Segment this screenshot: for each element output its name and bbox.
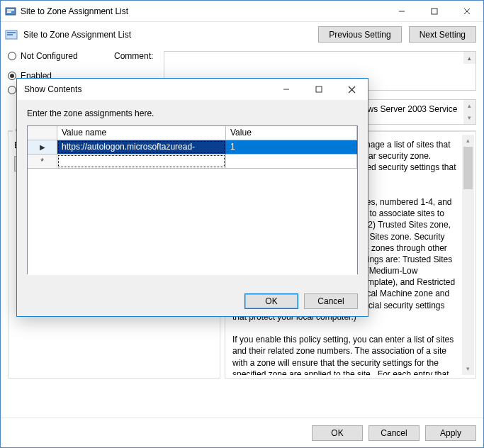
grid-corner [28,126,57,140]
main-header: Site to Zone Assignment List Previous Se… [1,22,483,47]
cell-value[interactable]: 1 [226,140,357,155]
ok-button[interactable]: OK [312,425,363,441]
dialog-ok-button[interactable]: OK [244,293,298,309]
col-header-value[interactable]: Value [226,126,357,140]
svg-rect-8 [7,32,16,33]
header-title: Site to Zone Assignment List [23,30,311,40]
new-row-marker: * [28,155,57,169]
cell-value-name[interactable]: https://autologon.microsoftazuread-sso.c… [57,140,226,155]
svg-rect-2 [7,11,11,13]
scroll-thumb[interactable] [463,147,473,189]
close-button[interactable] [451,1,483,22]
cell-value-name[interactable] [57,155,226,169]
previous-setting-button[interactable]: Previous Setting [318,26,401,43]
main-title: Site to Zone Assignment List [21,6,385,16]
dialog-close-button[interactable] [335,79,368,100]
apply-button[interactable]: Apply [425,425,476,441]
maximize-button[interactable] [418,1,451,22]
table-row-new[interactable]: * [28,155,357,169]
cell-value[interactable] [226,155,357,169]
comment-label: Comment: [114,51,164,61]
scroll-up-icon[interactable]: ▴ [463,100,475,112]
grid-header: Value name Value [28,126,357,140]
row-pointer-icon: ▶ [28,140,57,155]
cancel-button[interactable]: Cancel [368,425,420,441]
next-setting-button[interactable]: Next Setting [409,26,476,43]
table-row[interactable]: ▶ https://autologon.microsoftazuread-sso… [28,140,357,155]
zone-grid[interactable]: Value name Value ▶ https://autologon.mic… [27,125,358,274]
scrollbar[interactable]: ▴ ▾ [463,100,475,124]
radio-indicator [8,52,16,60]
scroll-up-icon[interactable]: ▴ [462,135,474,147]
svg-rect-4 [432,9,437,14]
dialog-instruction: Enter the zone assignments here. [27,108,358,118]
policy-icon [5,6,16,17]
scroll-down-icon[interactable]: ▾ [463,112,475,124]
scroll-up-icon[interactable]: ▴ [463,52,475,64]
svg-rect-9 [7,34,13,35]
minimize-button[interactable] [385,1,418,22]
dialog-cancel-button[interactable]: Cancel [304,293,358,309]
main-footer: OK Cancel Apply [1,418,483,447]
svg-rect-1 [7,9,14,11]
radio-not-configured[interactable]: Not Configured [8,51,100,61]
dialog-titlebar[interactable]: Show Contents [17,79,368,100]
dialog-title: Show Contents [24,84,270,94]
dialog-maximize-button[interactable] [303,79,335,100]
radio-indicator [8,86,16,94]
radio-indicator [8,72,16,80]
policy-icon [5,28,18,41]
grid-empty-area [28,169,357,275]
main-titlebar[interactable]: Site to Zone Assignment List [1,1,483,22]
help-scrollbar[interactable]: ▴ ▾ [462,135,474,375]
svg-rect-11 [316,86,322,92]
dialog-minimize-button[interactable] [270,79,303,100]
scroll-down-icon[interactable]: ▾ [462,363,474,375]
radio-label: Not Configured [21,51,78,61]
col-header-value-name[interactable]: Value name [57,126,226,140]
show-contents-dialog: Show Contents Enter the zone assignments… [16,78,368,317]
